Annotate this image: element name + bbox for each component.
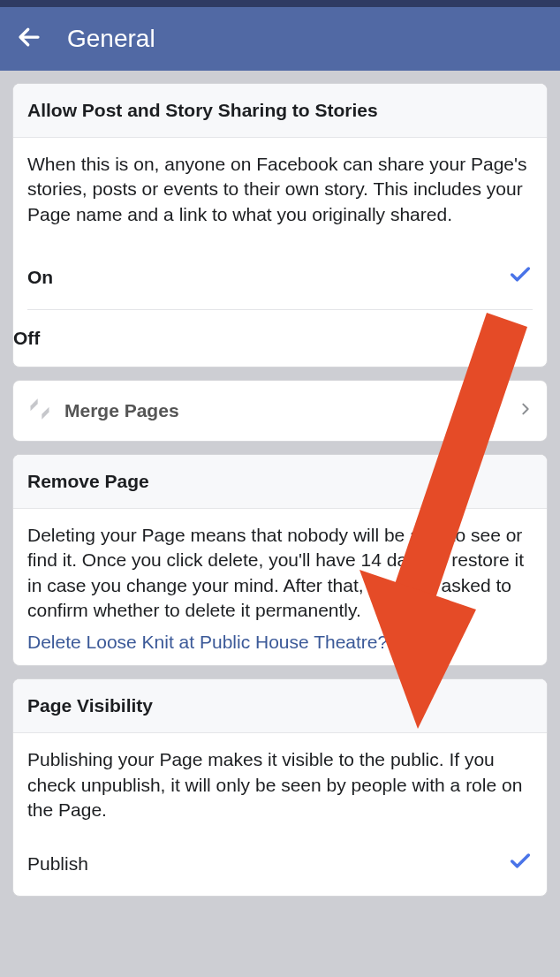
section-sharing: Allow Post and Story Sharing to Stories …	[12, 83, 548, 367]
sharing-option-on[interactable]: On	[13, 245, 547, 309]
merge-icon	[27, 397, 52, 425]
sharing-options: On Off	[13, 245, 547, 367]
check-icon	[508, 849, 533, 878]
back-button[interactable]	[16, 24, 42, 54]
visibility-header: Page Visibility	[13, 679, 547, 733]
check-icon	[508, 262, 533, 292]
delete-page-link[interactable]: Delete Loose Knit at Public House Theatr…	[13, 628, 547, 665]
remove-header: Remove Page	[13, 455, 547, 509]
visibility-options: Publish	[13, 831, 547, 896]
header-bar: General	[0, 7, 560, 71]
sharing-option-off[interactable]: Off	[13, 310, 547, 367]
sharing-option-off-label: Off	[13, 328, 40, 349]
visibility-option-publish-label: Publish	[27, 853, 88, 875]
remove-description: Deleting your Page means that nobody wil…	[13, 509, 547, 628]
merge-pages-label: Merge Pages	[64, 400, 518, 421]
status-strip	[0, 0, 560, 7]
section-page-visibility: Page Visibility Publishing your Page mak…	[12, 678, 548, 897]
sharing-description: When this is on, anyone on Facebook can …	[13, 138, 547, 245]
visibility-option-publish[interactable]: Publish	[13, 831, 547, 896]
sharing-header: Allow Post and Story Sharing to Stories	[13, 84, 547, 138]
sharing-option-on-label: On	[27, 267, 53, 288]
section-merge: Merge Pages	[12, 380, 548, 442]
page-title: General	[67, 25, 155, 53]
arrow-left-icon	[16, 24, 42, 50]
section-remove-page: Remove Page Deleting your Page means tha…	[12, 454, 548, 666]
visibility-description: Publishing your Page makes it visible to…	[13, 733, 547, 831]
merge-pages-row[interactable]: Merge Pages	[13, 381, 547, 441]
chevron-right-icon	[518, 398, 533, 423]
